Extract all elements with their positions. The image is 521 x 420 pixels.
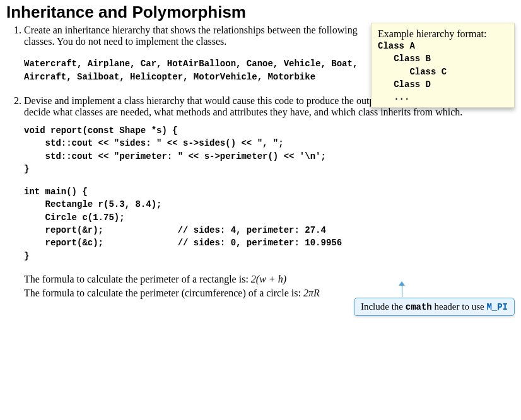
example-hierarchy-note: Example hierarchy format: Class A Class … — [371, 23, 515, 108]
formula-rect-text: The formula to calculate the perimeter o… — [24, 274, 251, 284]
formula-circ-text: The formula to calculate the perimeter (… — [24, 288, 303, 298]
callout-text-pre: Include the — [361, 301, 406, 312]
sidenote-line: Class A — [378, 40, 508, 52]
sidenote-line: ... — [378, 91, 508, 103]
cmath-callout: Include the cmath header to use M_PI — [354, 298, 515, 316]
formula-rect-math: 2(w + h) — [251, 274, 286, 284]
q1-class-list: Watercraft, Airplane, Car, HotAirBalloon… — [24, 57, 365, 84]
formula-circ-math: 2πR — [303, 288, 320, 298]
question-2: Devise and implement a class hierarchy t… — [24, 95, 515, 301]
callout-leader-line — [402, 285, 402, 297]
sidenote-line: Class B — [378, 52, 508, 65]
page-title: Inheritance and Polymorphism — [6, 3, 515, 22]
formula-block: The formula to calculate the perimeter o… — [24, 272, 512, 301]
q2-code-main: int main() { Rectangle r(5.3, 8.4); Circ… — [24, 185, 512, 262]
page-body: Inheritance and Polymorphism Example hie… — [0, 0, 521, 318]
callout-code-mpi: M_PI — [486, 302, 508, 312]
q2-code-report: void report(const Shape *s) { std::cout … — [24, 124, 512, 175]
q1-prompt: Create an inheritance hierarchy that sho… — [24, 25, 358, 47]
sidenote-line: Class C — [378, 66, 508, 78]
callout-text-mid: header to use — [432, 301, 487, 312]
formula-rectangle: The formula to calculate the perimeter o… — [24, 272, 512, 286]
callout-code-cmath: cmath — [406, 302, 432, 312]
sidenote-line: Class D — [378, 78, 508, 91]
sidenote-intro: Example hierarchy format: — [378, 28, 508, 40]
